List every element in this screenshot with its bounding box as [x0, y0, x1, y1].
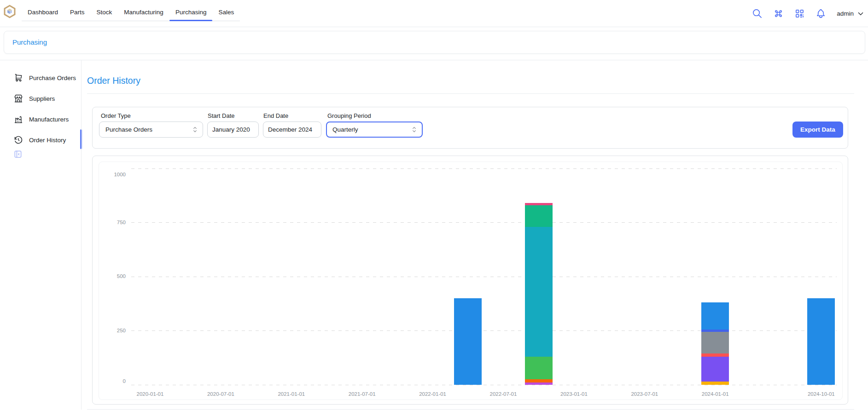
chart-bar-segment[interactable] — [701, 332, 729, 353]
x-axis-tick-label: 2022-07-01 — [482, 391, 525, 397]
chart-bar-segment[interactable] — [701, 302, 729, 330]
user-menu[interactable]: admin — [837, 10, 865, 18]
export-data-button[interactable]: Export Data — [792, 122, 843, 138]
grouping-period-select[interactable]: Quarterly — [326, 122, 423, 138]
start-date-label: Start Date — [208, 112, 235, 119]
gridline — [131, 168, 837, 169]
title-divider — [87, 93, 854, 94]
breadcrumb-panel: Purchasing — [4, 31, 865, 54]
x-axis-tick-label: 2023-07-01 — [623, 391, 666, 397]
y-axis-tick-label: 500 — [99, 273, 126, 279]
chart-card: 025050075010002020-01-012020-07-012021-0… — [92, 156, 848, 405]
grouping-period-label: Grouping Period — [327, 112, 371, 119]
x-axis-tick-label: 2024-10-01 — [799, 391, 843, 397]
sidebar-collapse-icon[interactable] — [13, 150, 23, 159]
order-type-select[interactable]: Purchase Orders — [99, 122, 203, 138]
sidebar-item-label: Order History — [29, 137, 66, 144]
building-store-icon — [14, 94, 23, 103]
history-clock-icon — [14, 135, 23, 145]
gridline — [131, 222, 837, 223]
qrcode-scan-icon[interactable] — [794, 8, 805, 19]
gridline — [131, 385, 837, 385]
chart-bar[interactable] — [525, 203, 553, 385]
chart-bar-segment[interactable] — [701, 382, 729, 385]
chart-bar-segment[interactable] — [701, 357, 729, 382]
tab-stock[interactable]: Stock — [91, 5, 118, 21]
content-bottom-divider — [87, 409, 854, 410]
sidebar-item-purchase-orders[interactable]: Purchase Orders — [14, 72, 76, 83]
x-axis-tick-label: 2021-01-01 — [270, 391, 313, 397]
sidebar-item-order-history[interactable]: Order History — [14, 134, 66, 145]
tab-dashboard[interactable]: Dashboard — [22, 5, 64, 21]
tab-parts[interactable]: Parts — [64, 5, 91, 21]
sidebar-item-label: Purchase Orders — [29, 75, 76, 81]
gridline — [131, 330, 837, 331]
order-type-label: Order Type — [101, 112, 131, 119]
chart-bar-segment[interactable] — [525, 357, 553, 379]
grouping-period-value: Quarterly — [332, 126, 358, 133]
topbar: Dashboard Parts Stock Manufacturing Purc… — [0, 0, 868, 27]
x-axis-tick-label: 2021-07-01 — [340, 391, 384, 397]
user-name: admin — [837, 10, 854, 17]
chart-bar[interactable] — [701, 302, 729, 385]
chart-bar-segment[interactable] — [807, 298, 835, 385]
filter-card: Order Type Start Date End Date Grouping … — [92, 107, 848, 149]
order-history-chart: 025050075010002020-01-012020-07-012021-0… — [99, 162, 843, 400]
y-axis-tick-label: 0 — [99, 378, 126, 384]
end-date-input[interactable] — [263, 122, 321, 138]
y-axis-tick-label: 1000 — [99, 172, 126, 177]
x-axis-tick-label: 2022-01-01 — [411, 391, 454, 397]
app-logo-icon[interactable] — [3, 5, 17, 18]
chevron-down-icon — [856, 10, 865, 18]
gridline — [131, 277, 837, 277]
sidebar-divider — [81, 60, 82, 410]
tab-manufacturing[interactable]: Manufacturing — [118, 5, 169, 21]
chart-bar-segment[interactable] — [525, 227, 553, 357]
chart-bar[interactable] — [807, 298, 835, 385]
building-factory-icon — [14, 115, 23, 124]
y-axis-tick-label: 750 — [99, 220, 126, 225]
tab-sales[interactable]: Sales — [212, 5, 240, 21]
shopping-cart-icon — [14, 73, 23, 82]
command-icon[interactable] — [773, 8, 784, 19]
x-axis-tick-label: 2020-01-01 — [128, 391, 172, 397]
order-history-chart-plot: 025050075010002020-01-012020-07-012021-0… — [99, 162, 842, 400]
start-date-input[interactable] — [207, 122, 259, 138]
content-top-divider — [0, 60, 868, 60]
x-axis-tick-label: 2023-01-01 — [552, 391, 595, 397]
tab-purchasing[interactable]: Purchasing — [169, 5, 213, 21]
sidebar-item-manufacturers[interactable]: Manufacturers — [14, 114, 69, 125]
breadcrumb-purchasing[interactable]: Purchasing — [12, 31, 47, 53]
chart-bar-segment[interactable] — [701, 353, 729, 357]
y-axis-tick-label: 250 — [99, 328, 126, 333]
order-type-value: Purchase Orders — [105, 126, 152, 133]
chart-bar[interactable] — [454, 298, 482, 385]
topbar-actions: admin — [752, 0, 865, 27]
chart-bar-segment[interactable] — [525, 379, 553, 382]
search-icon[interactable] — [752, 8, 763, 19]
end-date-label: End Date — [263, 112, 288, 119]
main-nav-tabs: Dashboard Parts Stock Manufacturing Purc… — [22, 5, 240, 21]
chevron-selector-icon — [410, 126, 418, 133]
x-axis-tick-label: 2024-01-01 — [693, 391, 737, 397]
sidebar-item-label: Suppliers — [29, 95, 55, 102]
chevron-selector-icon — [191, 126, 199, 133]
chart-bar-segment[interactable] — [525, 382, 553, 385]
x-axis-tick-label: 2020-07-01 — [199, 391, 242, 397]
sidebar-item-suppliers[interactable]: Suppliers — [14, 93, 55, 104]
sidebar-item-label: Manufacturers — [29, 116, 69, 123]
chart-bar-segment[interactable] — [454, 298, 482, 385]
page-title: Order History — [87, 75, 140, 86]
notifications-bell-icon[interactable] — [816, 8, 826, 19]
chart-bar-segment[interactable] — [525, 205, 553, 227]
